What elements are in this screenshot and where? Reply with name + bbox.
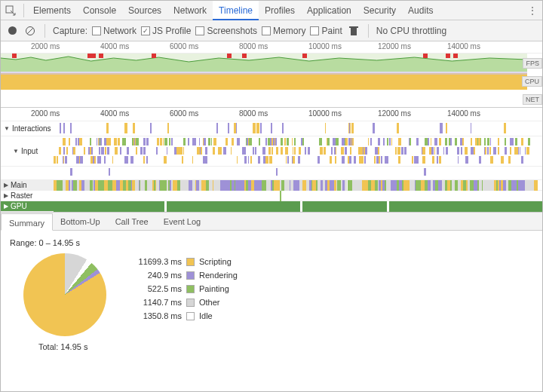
event-slice[interactable] (348, 156, 349, 164)
event-slice[interactable] (425, 138, 428, 145)
event-slice[interactable] (216, 123, 218, 133)
event-slice[interactable] (342, 156, 344, 164)
event-slice[interactable] (112, 156, 114, 164)
event-slice[interactable] (410, 138, 411, 145)
event-slice[interactable] (318, 156, 320, 164)
event-slice[interactable] (373, 123, 375, 133)
event-slice[interactable] (389, 138, 391, 145)
tab-network[interactable]: Network (167, 1, 213, 20)
event-slice[interactable] (502, 156, 503, 164)
event-slice[interactable] (375, 147, 376, 155)
event-slice[interactable] (450, 138, 452, 145)
track-input[interactable]: ▼Input (1, 136, 542, 167)
event-slice[interactable] (434, 147, 436, 155)
event-slice[interactable] (335, 156, 336, 164)
event-slice[interactable] (281, 147, 283, 155)
event-slice[interactable] (471, 147, 474, 155)
event-slice[interactable] (171, 138, 173, 145)
event-slice[interactable] (460, 138, 462, 145)
event-slice[interactable] (199, 138, 200, 145)
tab-timeline[interactable]: Timeline (213, 1, 259, 20)
event-slice[interactable] (183, 147, 184, 155)
event-slice[interactable] (294, 147, 296, 155)
event-slice[interactable] (201, 147, 202, 155)
event-slice[interactable] (292, 138, 293, 145)
event-slice[interactable] (237, 138, 240, 145)
event-slice[interactable] (186, 201, 203, 212)
event-slice[interactable] (352, 138, 354, 145)
event-slice[interactable] (424, 168, 426, 176)
event-slice[interactable] (97, 138, 97, 145)
event-slice[interactable] (471, 123, 471, 133)
event-slice[interactable] (498, 147, 500, 155)
event-slice[interactable] (258, 156, 260, 164)
event-slice[interactable] (395, 147, 397, 155)
event-slice[interactable] (237, 156, 238, 164)
event-slice[interactable] (167, 201, 176, 212)
event-slice[interactable] (259, 138, 260, 145)
event-slice[interactable] (255, 147, 256, 155)
event-slice[interactable] (275, 138, 275, 145)
event-slice[interactable] (473, 201, 484, 212)
event-slice[interactable] (155, 201, 164, 212)
event-slice[interactable] (379, 156, 380, 164)
event-slice[interactable] (484, 138, 486, 145)
event-slice[interactable] (271, 123, 272, 133)
cpu-throttle-select[interactable]: No CPU throttling (376, 26, 446, 36)
event-slice[interactable] (484, 201, 492, 212)
event-slice[interactable] (342, 138, 345, 145)
event-slice[interactable] (69, 138, 70, 145)
event-slice[interactable] (465, 156, 468, 164)
event-slice[interactable] (223, 147, 226, 155)
event-slice[interactable] (431, 138, 431, 145)
event-slice[interactable] (535, 180, 538, 191)
event-slice[interactable] (360, 147, 363, 155)
event-slice[interactable] (357, 201, 364, 212)
event-slice[interactable] (479, 156, 481, 164)
disclosure-triangle-icon[interactable]: ▶ (4, 182, 8, 188)
summary-tab-call-tree[interactable]: Call Tree (108, 213, 156, 230)
event-slice[interactable] (504, 123, 506, 133)
event-slice[interactable] (118, 138, 121, 145)
summary-tab-event-log[interactable]: Event Log (156, 213, 209, 230)
event-slice[interactable] (336, 138, 339, 145)
event-slice[interactable] (387, 138, 388, 145)
event-slice[interactable] (63, 123, 65, 133)
event-slice[interactable] (146, 156, 148, 164)
event-slice[interactable] (489, 147, 491, 155)
event-slice[interactable] (324, 147, 326, 155)
event-slice[interactable] (510, 138, 511, 145)
event-slice[interactable] (98, 156, 100, 164)
event-slice[interactable] (526, 147, 529, 155)
event-slice[interactable] (364, 156, 366, 164)
event-slice[interactable] (510, 147, 511, 155)
event-slice[interactable] (287, 138, 290, 145)
event-slice[interactable] (374, 156, 375, 164)
event-slice[interactable] (136, 138, 138, 145)
event-slice[interactable] (495, 147, 495, 155)
event-slice[interactable] (113, 201, 119, 212)
event-slice[interactable] (219, 147, 222, 155)
event-slice[interactable] (446, 138, 447, 145)
event-slice[interactable] (133, 123, 134, 133)
event-slice[interactable] (80, 156, 83, 164)
event-slice[interactable] (514, 147, 517, 155)
event-slice[interactable] (325, 123, 326, 133)
event-slice[interactable] (431, 201, 448, 212)
event-slice[interactable] (81, 138, 82, 145)
event-slice[interactable] (265, 138, 267, 145)
event-slice[interactable] (437, 147, 439, 155)
event-slice[interactable] (331, 147, 333, 155)
event-slice[interactable] (319, 201, 327, 212)
tab-security[interactable]: Security (357, 1, 402, 20)
event-slice[interactable] (192, 156, 193, 164)
event-slice[interactable] (59, 201, 69, 212)
event-slice[interactable] (165, 156, 167, 164)
event-slice[interactable] (106, 138, 109, 145)
event-slice[interactable] (422, 147, 425, 155)
event-slice[interactable] (140, 147, 143, 155)
event-slice[interactable] (368, 138, 369, 145)
event-slice[interactable] (398, 147, 400, 155)
track-main[interactable]: ▶Main (1, 180, 542, 191)
event-slice[interactable] (63, 156, 64, 164)
